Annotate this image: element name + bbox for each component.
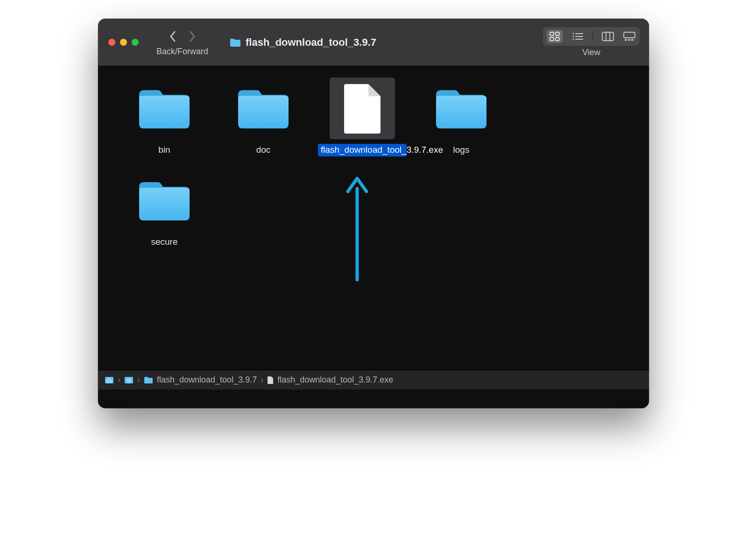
svg-rect-10 — [602, 32, 613, 41]
folder-icon — [429, 78, 494, 139]
window-controls — [108, 39, 139, 46]
svg-point-6 — [572, 35, 574, 37]
path-segment[interactable] — [144, 376, 153, 384]
separator — [592, 31, 593, 42]
back-forward-label: Back/Forward — [156, 47, 208, 57]
forward-button[interactable] — [189, 31, 196, 42]
path-segment[interactable] — [124, 376, 134, 384]
grid-icon — [550, 32, 560, 41]
icon-view-button[interactable] — [547, 30, 563, 43]
folder-item-bin[interactable]: bin — [118, 78, 211, 156]
toolbar: Back/Forward flash_download_tool_3.9.7 — [98, 19, 649, 66]
path-bar: ››flash_download_tool_3.9.7›flash_downlo… — [98, 370, 649, 390]
columns-icon — [602, 32, 614, 41]
folder-icon — [132, 78, 197, 139]
path-segment[interactable] — [267, 376, 274, 384]
gallery-icon — [623, 32, 635, 41]
svg-point-8 — [572, 38, 574, 40]
file-grid[interactable]: bindocflash_download_tool_3.9.7.exelogss… — [98, 66, 649, 370]
window-title: flash_download_tool_3.9.7 — [246, 36, 376, 49]
item-label: flash_download_tool_3.9.7.exe — [318, 144, 407, 156]
svg-rect-16 — [631, 39, 634, 41]
svg-rect-13 — [624, 32, 635, 38]
file-icon — [330, 78, 395, 139]
svg-rect-14 — [625, 39, 627, 41]
finder-window: Back/Forward flash_download_tool_3.9.7 — [98, 19, 649, 408]
path-segment[interactable] — [105, 376, 114, 384]
list-icon — [572, 32, 583, 41]
back-forward-group: Back/Forward — [156, 28, 208, 57]
file-item-flash-download-tool-3-9-7-exe[interactable]: flash_download_tool_3.9.7.exe — [316, 78, 409, 156]
back-button[interactable] — [169, 31, 176, 42]
gallery-view-button[interactable] — [623, 31, 636, 42]
folder-item-logs[interactable]: logs — [415, 78, 508, 156]
window-footer — [98, 390, 649, 408]
folder-icon — [230, 38, 241, 47]
item-label: doc — [254, 144, 274, 156]
chevron-right-icon: › — [137, 375, 140, 385]
chevron-right-icon — [189, 31, 196, 42]
folder-icon — [231, 78, 296, 139]
view-controls-group: View — [543, 27, 640, 57]
column-view-button[interactable] — [601, 31, 614, 42]
window-title-group: flash_download_tool_3.9.7 — [230, 36, 376, 49]
folder-item-doc[interactable]: doc — [217, 78, 310, 156]
svg-rect-0 — [550, 32, 554, 35]
folder-item-secure[interactable]: secure — [118, 170, 211, 248]
svg-rect-2 — [550, 37, 554, 41]
svg-rect-15 — [628, 39, 630, 41]
path-segment-label: flash_download_tool_3.9.7 — [157, 375, 257, 385]
svg-rect-3 — [556, 37, 559, 41]
view-label: View — [582, 48, 600, 57]
zoom-window-button[interactable] — [132, 39, 139, 46]
chevron-right-icon: › — [118, 375, 120, 385]
folder-icon — [132, 170, 197, 231]
view-segmented-control — [543, 27, 640, 46]
svg-point-4 — [572, 33, 574, 34]
item-label: bin — [155, 144, 173, 156]
chevron-left-icon — [169, 31, 176, 42]
item-label: secure — [148, 236, 180, 248]
minimize-window-button[interactable] — [120, 39, 127, 46]
close-window-button[interactable] — [108, 39, 115, 46]
item-label: logs — [451, 144, 472, 156]
chevron-right-icon: › — [261, 375, 263, 385]
svg-rect-1 — [556, 32, 559, 35]
path-segment-label: flash_download_tool_3.9.7.exe — [277, 375, 393, 385]
list-view-button[interactable] — [571, 31, 584, 42]
